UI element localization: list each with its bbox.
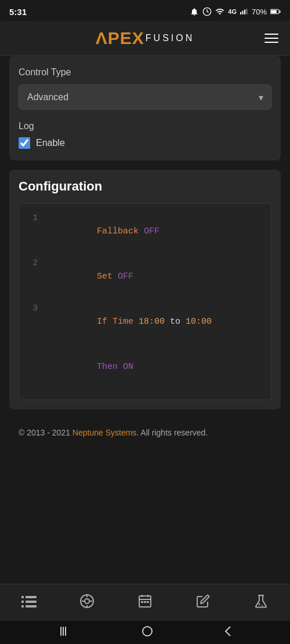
enable-checkbox-row: Enable [19, 137, 271, 149]
svg-rect-13 [26, 605, 37, 608]
menu-line [264, 34, 278, 35]
time-end: 10:00 [186, 317, 212, 327]
svg-point-15 [85, 599, 89, 603]
keyword-then: Then [97, 362, 123, 372]
keyword-time: Time [113, 317, 139, 327]
line-num-blank [24, 346, 38, 347]
wifi-icon [215, 7, 224, 16]
svg-rect-3 [244, 10, 245, 14]
svg-rect-10 [21, 601, 24, 603]
status-bar: 5:31 4G 70% [0, 0, 290, 21]
brand-name: Neptune Systems [72, 428, 137, 437]
rights-text: . All rights reserved. [136, 428, 208, 437]
keyword-fallback: Fallback [97, 226, 144, 236]
app-header: ΛPEX FUSION [0, 21, 290, 56]
app-logo: ΛPEX FUSION [96, 28, 195, 48]
calendar-icon [138, 594, 152, 612]
log-label: Log [19, 121, 271, 131]
svg-point-33 [143, 627, 152, 636]
menu-line [264, 38, 278, 39]
code-text-3b: Then ON [45, 346, 266, 388]
nav-dashboard[interactable] [58, 591, 116, 614]
svg-rect-9 [26, 596, 37, 598]
android-menu-btn[interactable] [53, 624, 76, 641]
keyword-off-1: OFF [144, 226, 160, 236]
code-line-3: 3 If Time 18:00 to 10:00 [24, 301, 266, 343]
enable-label: Enable [36, 138, 65, 148]
android-nav-bar [0, 621, 290, 644]
svg-rect-4 [246, 9, 247, 14]
nav-edit[interactable] [174, 592, 232, 614]
nav-lab[interactable] [232, 591, 290, 614]
svg-rect-1 [240, 12, 241, 14]
code-line-2: 2 Set OFF [24, 256, 266, 298]
nav-calendar[interactable] [116, 592, 174, 614]
code-line-1: 1 Fallback OFF [24, 211, 266, 253]
lab-icon [254, 594, 268, 612]
android-back-btn[interactable] [219, 623, 237, 642]
nav-list[interactable] [0, 592, 58, 613]
enable-checkbox[interactable] [19, 137, 30, 149]
bottom-spacer [9, 442, 281, 506]
time-start: 18:00 [139, 317, 170, 327]
menu-line [264, 42, 278, 43]
code-block[interactable]: 1 Fallback OFF 2 Set OFF 3 If Time 18:00… [19, 203, 271, 400]
control-type-select-wrapper: Advanced Manual Auto ▾ [19, 85, 271, 109]
signal-icon [202, 7, 212, 16]
network-icon: 4G [228, 8, 237, 15]
keyword-to: to [170, 317, 186, 327]
svg-rect-30 [60, 627, 61, 636]
bottom-nav [0, 584, 290, 621]
svg-rect-31 [63, 627, 64, 636]
code-text-3: If Time 18:00 to 10:00 [45, 301, 266, 343]
svg-rect-8 [21, 596, 24, 598]
line-num-2: 2 [24, 256, 38, 269]
copyright-text: © 2013 - 2021 [19, 428, 72, 437]
control-type-select[interactable]: Advanced Manual Auto [19, 85, 271, 109]
main-content: Control Type Advanced Manual Auto ▾ Log … [0, 56, 290, 515]
svg-point-28 [259, 603, 260, 605]
line-num-1: 1 [24, 211, 38, 224]
svg-rect-7 [280, 10, 281, 13]
svg-rect-6 [271, 10, 277, 13]
code-line-3b: Then ON [24, 346, 266, 388]
keyword-on: ON [123, 362, 133, 372]
svg-rect-11 [26, 601, 37, 603]
control-type-card: Control Type Advanced Manual Auto ▾ Log … [9, 56, 281, 160]
log-section: Log Enable [19, 121, 271, 149]
battery-icon [270, 8, 281, 15]
footer: © 2013 - 2021 Neptune Systems. All right… [9, 419, 281, 442]
code-text-2: Set OFF [45, 256, 266, 298]
battery-percent: 70% [252, 8, 267, 16]
configuration-title: Configuration [19, 179, 271, 194]
android-home-btn[interactable] [136, 623, 159, 642]
menu-button[interactable] [262, 31, 281, 45]
svg-rect-12 [21, 605, 24, 608]
svg-point-29 [262, 605, 263, 606]
svg-rect-32 [65, 627, 66, 636]
control-type-label: Control Type [19, 67, 271, 78]
keyword-set: Set [97, 272, 118, 281]
keyword-if: If [97, 317, 113, 327]
edit-icon [196, 594, 210, 612]
svg-rect-24 [141, 601, 143, 603]
configuration-card: Configuration 1 Fallback OFF 2 Set OFF 3 [9, 170, 281, 409]
list-icon [21, 595, 37, 611]
status-icons: 4G 70% [190, 7, 281, 16]
dashboard-icon [79, 594, 95, 612]
svg-rect-2 [242, 11, 243, 14]
svg-rect-25 [144, 601, 146, 603]
status-time: 5:31 [9, 7, 27, 17]
svg-rect-26 [147, 601, 149, 603]
keyword-off-2: OFF [118, 272, 133, 281]
signal-bars-icon [240, 8, 248, 16]
line-num-3: 3 [24, 301, 38, 314]
alarm-icon [190, 7, 199, 16]
code-text-1: Fallback OFF [45, 211, 266, 253]
